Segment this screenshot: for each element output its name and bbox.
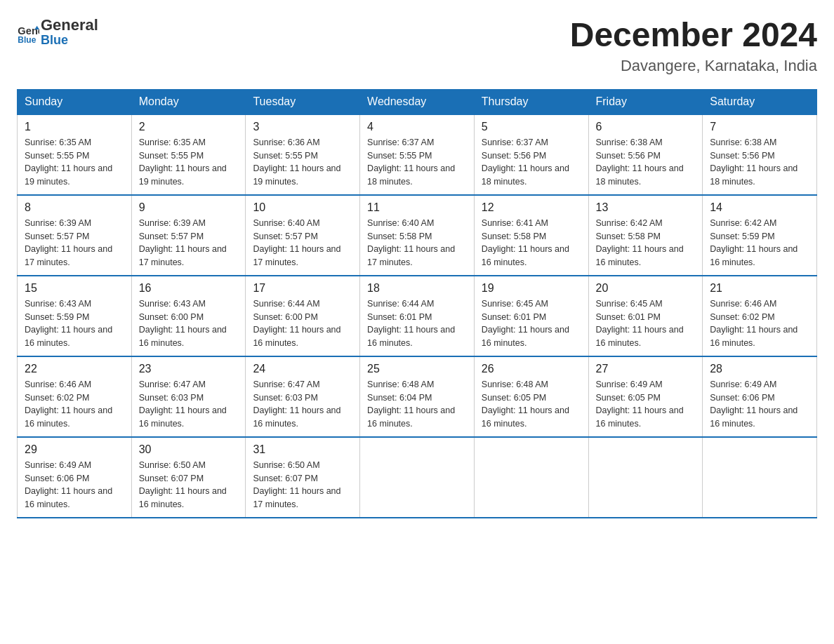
table-cell: 2 Sunrise: 6:35 AM Sunset: 5:55 PM Dayli… bbox=[131, 114, 246, 195]
day-number: 3 bbox=[253, 121, 352, 133]
day-info: Sunrise: 6:47 AM Sunset: 6:03 PM Dayligh… bbox=[139, 378, 239, 431]
col-wednesday: Wednesday bbox=[360, 89, 475, 114]
day-info: Sunrise: 6:44 AM Sunset: 6:01 PM Dayligh… bbox=[367, 297, 467, 350]
table-cell: 20 Sunrise: 6:45 AM Sunset: 6:01 PM Dayl… bbox=[588, 276, 703, 356]
day-number: 18 bbox=[367, 282, 467, 295]
table-cell: 15 Sunrise: 6:43 AM Sunset: 5:59 PM Dayl… bbox=[18, 276, 132, 356]
day-info: Sunrise: 6:42 AM Sunset: 5:59 PM Dayligh… bbox=[710, 217, 809, 269]
table-cell: 10 Sunrise: 6:40 AM Sunset: 5:57 PM Dayl… bbox=[246, 195, 360, 276]
day-number: 28 bbox=[710, 363, 809, 375]
table-cell: 7 Sunrise: 6:38 AM Sunset: 5:56 PM Dayli… bbox=[703, 114, 817, 195]
day-info: Sunrise: 6:43 AM Sunset: 5:59 PM Dayligh… bbox=[25, 297, 124, 350]
day-info: Sunrise: 6:46 AM Sunset: 6:02 PM Dayligh… bbox=[25, 378, 124, 431]
table-cell bbox=[474, 437, 588, 518]
day-number: 15 bbox=[25, 282, 124, 295]
day-number: 9 bbox=[139, 201, 239, 214]
table-cell: 26 Sunrise: 6:48 AM Sunset: 6:05 PM Dayl… bbox=[474, 356, 588, 437]
table-cell: 28 Sunrise: 6:49 AM Sunset: 6:06 PM Dayl… bbox=[703, 356, 817, 437]
table-cell: 9 Sunrise: 6:39 AM Sunset: 5:57 PM Dayli… bbox=[131, 195, 246, 276]
day-info: Sunrise: 6:37 AM Sunset: 5:56 PM Dayligh… bbox=[482, 136, 581, 189]
table-cell: 16 Sunrise: 6:43 AM Sunset: 6:00 PM Dayl… bbox=[131, 276, 246, 356]
logo-text-blue: Blue bbox=[41, 34, 98, 48]
table-cell: 19 Sunrise: 6:45 AM Sunset: 6:01 PM Dayl… bbox=[474, 276, 588, 356]
day-number: 25 bbox=[367, 363, 467, 375]
day-info: Sunrise: 6:44 AM Sunset: 6:00 PM Dayligh… bbox=[253, 297, 352, 350]
table-cell: 18 Sunrise: 6:44 AM Sunset: 6:01 PM Dayl… bbox=[360, 276, 475, 356]
table-cell: 30 Sunrise: 6:50 AM Sunset: 6:07 PM Dayl… bbox=[131, 437, 246, 518]
day-info: Sunrise: 6:48 AM Sunset: 6:05 PM Dayligh… bbox=[482, 378, 581, 431]
day-info: Sunrise: 6:38 AM Sunset: 5:56 PM Dayligh… bbox=[596, 136, 696, 189]
day-number: 8 bbox=[25, 201, 124, 214]
table-cell: 17 Sunrise: 6:44 AM Sunset: 6:00 PM Dayl… bbox=[246, 276, 360, 356]
table-cell: 1 Sunrise: 6:35 AM Sunset: 5:55 PM Dayli… bbox=[18, 114, 132, 195]
table-cell: 29 Sunrise: 6:49 AM Sunset: 6:06 PM Dayl… bbox=[18, 437, 132, 518]
week-row-4: 22 Sunrise: 6:46 AM Sunset: 6:02 PM Dayl… bbox=[18, 356, 817, 437]
table-cell: 12 Sunrise: 6:41 AM Sunset: 5:58 PM Dayl… bbox=[474, 195, 588, 276]
table-cell: 25 Sunrise: 6:48 AM Sunset: 6:04 PM Dayl… bbox=[360, 356, 475, 437]
week-row-3: 15 Sunrise: 6:43 AM Sunset: 5:59 PM Dayl… bbox=[18, 276, 817, 356]
day-number: 14 bbox=[710, 201, 809, 214]
day-info: Sunrise: 6:39 AM Sunset: 5:57 PM Dayligh… bbox=[25, 217, 124, 269]
day-number: 20 bbox=[596, 282, 696, 295]
day-info: Sunrise: 6:41 AM Sunset: 5:58 PM Dayligh… bbox=[482, 217, 581, 269]
day-info: Sunrise: 6:48 AM Sunset: 6:04 PM Dayligh… bbox=[367, 378, 467, 431]
day-info: Sunrise: 6:50 AM Sunset: 6:07 PM Dayligh… bbox=[253, 459, 352, 511]
day-number: 23 bbox=[139, 363, 239, 375]
day-number: 30 bbox=[139, 443, 239, 456]
title-section: December 2024 Davangere, Karnataka, Indi… bbox=[570, 17, 817, 75]
table-cell: 22 Sunrise: 6:46 AM Sunset: 6:02 PM Dayl… bbox=[18, 356, 132, 437]
day-info: Sunrise: 6:45 AM Sunset: 6:01 PM Dayligh… bbox=[596, 297, 696, 350]
day-number: 16 bbox=[139, 282, 239, 295]
day-number: 1 bbox=[25, 121, 124, 133]
day-number: 12 bbox=[482, 201, 581, 214]
day-number: 29 bbox=[25, 443, 124, 456]
week-row-1: 1 Sunrise: 6:35 AM Sunset: 5:55 PM Dayli… bbox=[18, 114, 817, 195]
day-number: 17 bbox=[253, 282, 352, 295]
day-info: Sunrise: 6:43 AM Sunset: 6:00 PM Dayligh… bbox=[139, 297, 239, 350]
week-row-2: 8 Sunrise: 6:39 AM Sunset: 5:57 PM Dayli… bbox=[18, 195, 817, 276]
table-cell: 14 Sunrise: 6:42 AM Sunset: 5:59 PM Dayl… bbox=[703, 195, 817, 276]
calendar-table: Sunday Monday Tuesday Wednesday Thursday… bbox=[17, 89, 817, 518]
logo-text-general: General bbox=[41, 17, 98, 34]
day-number: 27 bbox=[596, 363, 696, 375]
table-cell: 23 Sunrise: 6:47 AM Sunset: 6:03 PM Dayl… bbox=[131, 356, 246, 437]
table-cell: 11 Sunrise: 6:40 AM Sunset: 5:58 PM Dayl… bbox=[360, 195, 475, 276]
page-header: General Blue General Blue December 2024 … bbox=[17, 17, 817, 75]
day-info: Sunrise: 6:35 AM Sunset: 5:55 PM Dayligh… bbox=[139, 136, 239, 189]
day-number: 2 bbox=[139, 121, 239, 133]
day-info: Sunrise: 6:40 AM Sunset: 5:57 PM Dayligh… bbox=[253, 217, 352, 269]
calendar-header-row: Sunday Monday Tuesday Wednesday Thursday… bbox=[18, 89, 817, 114]
table-cell: 8 Sunrise: 6:39 AM Sunset: 5:57 PM Dayli… bbox=[18, 195, 132, 276]
day-info: Sunrise: 6:40 AM Sunset: 5:58 PM Dayligh… bbox=[367, 217, 467, 269]
location-text: Davangere, Karnataka, India bbox=[570, 57, 817, 75]
day-number: 22 bbox=[25, 363, 124, 375]
day-info: Sunrise: 6:35 AM Sunset: 5:55 PM Dayligh… bbox=[25, 136, 124, 189]
day-info: Sunrise: 6:37 AM Sunset: 5:55 PM Dayligh… bbox=[367, 136, 467, 189]
day-info: Sunrise: 6:49 AM Sunset: 6:05 PM Dayligh… bbox=[596, 378, 696, 431]
table-cell: 6 Sunrise: 6:38 AM Sunset: 5:56 PM Dayli… bbox=[588, 114, 703, 195]
day-info: Sunrise: 6:36 AM Sunset: 5:55 PM Dayligh… bbox=[253, 136, 352, 189]
day-info: Sunrise: 6:49 AM Sunset: 6:06 PM Dayligh… bbox=[710, 378, 809, 431]
day-info: Sunrise: 6:49 AM Sunset: 6:06 PM Dayligh… bbox=[25, 459, 124, 511]
table-cell: 13 Sunrise: 6:42 AM Sunset: 5:58 PM Dayl… bbox=[588, 195, 703, 276]
day-info: Sunrise: 6:47 AM Sunset: 6:03 PM Dayligh… bbox=[253, 378, 352, 431]
day-number: 4 bbox=[367, 121, 467, 133]
day-info: Sunrise: 6:46 AM Sunset: 6:02 PM Dayligh… bbox=[710, 297, 809, 350]
col-thursday: Thursday bbox=[474, 89, 588, 114]
table-cell: 5 Sunrise: 6:37 AM Sunset: 5:56 PM Dayli… bbox=[474, 114, 588, 195]
table-cell: 4 Sunrise: 6:37 AM Sunset: 5:55 PM Dayli… bbox=[360, 114, 475, 195]
col-sunday: Sunday bbox=[18, 89, 132, 114]
day-number: 31 bbox=[253, 443, 352, 456]
col-friday: Friday bbox=[588, 89, 703, 114]
day-number: 7 bbox=[710, 121, 809, 133]
table-cell: 21 Sunrise: 6:46 AM Sunset: 6:02 PM Dayl… bbox=[703, 276, 817, 356]
logo: General Blue General Blue bbox=[17, 17, 98, 48]
day-info: Sunrise: 6:50 AM Sunset: 6:07 PM Dayligh… bbox=[139, 459, 239, 511]
day-number: 11 bbox=[367, 201, 467, 214]
table-cell bbox=[703, 437, 817, 518]
day-number: 21 bbox=[710, 282, 809, 295]
day-info: Sunrise: 6:39 AM Sunset: 5:57 PM Dayligh… bbox=[139, 217, 239, 269]
day-info: Sunrise: 6:45 AM Sunset: 6:01 PM Dayligh… bbox=[482, 297, 581, 350]
col-tuesday: Tuesday bbox=[246, 89, 360, 114]
day-number: 5 bbox=[482, 121, 581, 133]
